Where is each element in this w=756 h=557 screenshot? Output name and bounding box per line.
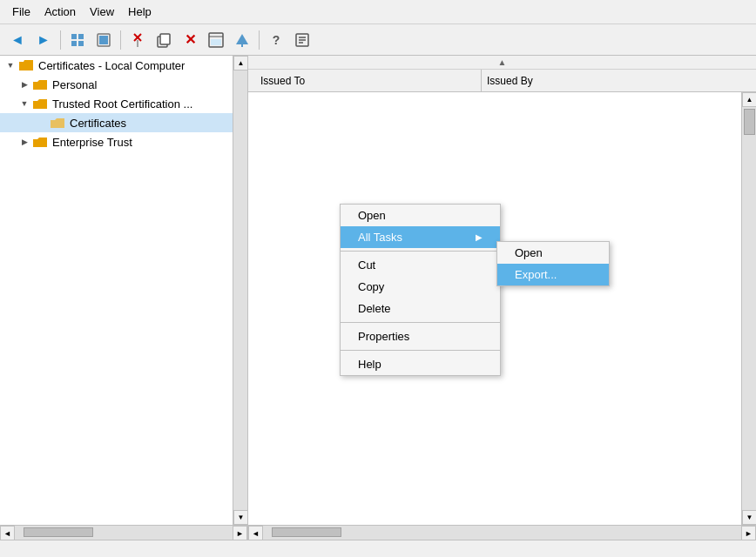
ctx-all-tasks[interactable]: All Tasks ▶ — [341, 226, 500, 248]
ctx-copy[interactable]: Copy — [341, 276, 500, 298]
svg-rect-1 — [78, 34, 84, 39]
right-vscrollbar[interactable]: ▲ ▼ — [741, 92, 756, 525]
forward-button[interactable]: ► — [31, 28, 56, 52]
ctx-help[interactable]: Help — [341, 353, 500, 375]
svg-rect-0 — [71, 34, 77, 39]
left-scroll-track[interactable] — [233, 70, 247, 510]
back-button[interactable]: ◄ — [5, 28, 30, 52]
trusted-root-expander: ▼ — [17, 97, 31, 111]
right-scroll-track[interactable] — [742, 107, 756, 510]
trusted-root-label: Trusted Root Certification ... — [52, 97, 192, 111]
ctx-sep-3 — [341, 350, 500, 351]
left-scroll-down[interactable]: ▼ — [233, 510, 247, 525]
right-scroll-up[interactable]: ▲ — [742, 92, 756, 107]
left-panel: ▼ Certificates - Local Computer ▶ Person… — [0, 56, 248, 540]
show-hide-button[interactable] — [65, 28, 90, 52]
right-scroll-down[interactable]: ▼ — [742, 510, 756, 525]
certificates-label: Certificates — [70, 117, 126, 130]
ctx-delete-label: Delete — [358, 302, 391, 315]
svg-rect-3 — [78, 41, 84, 46]
left-hscroll-left[interactable]: ◄ — [0, 526, 15, 540]
right-scroll-thumb[interactable] — [744, 109, 755, 135]
ctx-open[interactable]: Open — [341, 205, 500, 226]
root-label: Certificates - Local Computer — [38, 59, 185, 72]
menu-action[interactable]: Action — [37, 3, 83, 20]
personal-label: Personal — [52, 78, 97, 91]
properties-button[interactable] — [290, 28, 314, 52]
toolbar: ◄ ► ✕ ? — [0, 24, 756, 56]
sub-open[interactable]: Open — [497, 242, 609, 264]
enterprise-expander: ▶ — [17, 135, 31, 149]
svg-rect-13 — [211, 39, 221, 45]
menu-view[interactable]: View — [83, 3, 121, 20]
right-hscroll-track[interactable] — [263, 526, 741, 540]
import-button[interactable] — [230, 28, 254, 52]
tree-item-enterprise[interactable]: ▶ Enterprise Trust — [0, 132, 233, 151]
tree-view: ▼ Certificates - Local Computer ▶ Person… — [0, 56, 233, 525]
trusted-root-folder-icon — [31, 97, 49, 111]
personal-expander: ▶ — [17, 77, 31, 91]
enterprise-label: Enterprise Trust — [52, 136, 132, 149]
cut-button[interactable] — [125, 28, 150, 52]
delete-button[interactable]: ✕ — [178, 28, 202, 52]
left-hscroll-track[interactable] — [15, 526, 233, 540]
toolbar-separator-3 — [259, 30, 260, 50]
sub-export-label: Export... — [515, 268, 557, 281]
left-vscrollbar[interactable]: ▲ ▼ — [233, 56, 247, 525]
ctx-delete[interactable]: Delete — [341, 298, 500, 319]
sub-export[interactable]: Export... — [497, 264, 609, 285]
snap-button[interactable] — [91, 28, 116, 52]
submenu: Open Export... — [496, 241, 610, 286]
ctx-help-label: Help — [358, 358, 381, 371]
right-hscroll-left[interactable]: ◄ — [248, 526, 263, 540]
col-issued-by-label: Issued By — [487, 75, 533, 87]
menu-help[interactable]: Help — [121, 3, 159, 20]
ctx-properties[interactable]: Properties — [341, 325, 500, 347]
left-hscrollbar: ◄ ► — [0, 525, 247, 540]
copy-button[interactable] — [152, 28, 176, 52]
main-container: ▼ Certificates - Local Computer ▶ Person… — [0, 56, 756, 540]
content-area: ▲ ▼ — [248, 92, 756, 525]
sub-open-label: Open — [515, 246, 543, 259]
personal-folder-icon — [31, 77, 49, 91]
ctx-cut-label: Cut — [358, 258, 375, 272]
right-hscroll-right[interactable]: ► — [741, 526, 756, 540]
toolbar-separator-1 — [60, 30, 61, 50]
statusbar — [0, 540, 756, 557]
left-scroll-up[interactable]: ▲ — [233, 56, 247, 70]
svg-rect-2 — [71, 41, 77, 46]
left-hscroll-right[interactable]: ► — [233, 526, 247, 540]
export-button[interactable] — [204, 28, 228, 52]
left-hscroll-thumb[interactable] — [24, 527, 93, 537]
ctx-properties-label: Properties — [358, 330, 409, 343]
col-issued-to-label: Issued To — [260, 75, 305, 87]
ctx-all-tasks-label: All Tasks — [358, 231, 402, 244]
help-button[interactable]: ? — [264, 28, 288, 52]
column-headers: Issued To Issued By — [248, 70, 756, 92]
enterprise-folder-icon — [31, 135, 49, 149]
svg-rect-5 — [99, 36, 108, 44]
right-hscrollbar: ◄ ► — [248, 525, 756, 540]
sort-arrow-up[interactable]: ▲ — [498, 57, 507, 67]
certs-folder-icon — [49, 116, 66, 130]
right-hscroll-thumb[interactable] — [272, 527, 341, 537]
menu-file[interactable]: File — [5, 3, 37, 20]
ctx-open-label: Open — [358, 209, 386, 222]
tree-item-certificates[interactable]: ▶ Certificates — [0, 113, 233, 132]
menubar: File Action View Help — [0, 0, 756, 24]
context-menu: Open All Tasks ▶ Cut Copy Delete Propert… — [340, 204, 501, 376]
col-issued-by[interactable]: Issued By — [482, 70, 749, 91]
tree-item-personal[interactable]: ▶ Personal — [0, 75, 233, 94]
tree-item-trusted-root[interactable]: ▼ Trusted Root Certification ... — [0, 94, 233, 113]
root-expander: ▼ — [3, 58, 17, 72]
ctx-cut[interactable]: Cut — [341, 254, 500, 276]
tree-root[interactable]: ▼ Certificates - Local Computer — [0, 56, 233, 75]
ctx-sep-1 — [341, 251, 500, 252]
root-folder-icon — [17, 58, 35, 72]
ctx-sep-2 — [341, 322, 500, 323]
right-panel: ▲ Issued To Issued By ▲ ▼ ◄ — [248, 56, 756, 540]
col-issued-to[interactable]: Issued To — [255, 70, 482, 91]
ctx-all-tasks-arrow: ▶ — [476, 232, 483, 242]
ctx-copy-label: Copy — [358, 280, 384, 293]
toolbar-separator-2 — [120, 30, 121, 50]
